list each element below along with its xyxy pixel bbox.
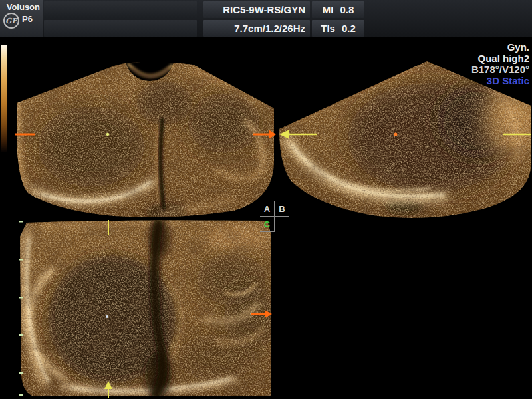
center-ref-dot-c: [106, 315, 108, 318]
model-label: P6: [22, 14, 33, 24]
mi-value: 0.8: [340, 4, 354, 15]
center-ref-dot-a: [106, 133, 109, 136]
view-a-label: A: [264, 204, 270, 214]
mi-readout: MI 0.8: [312, 1, 364, 18]
probe-readout: RIC5-9W-RS/GYN: [203, 1, 310, 18]
tis-label: TIs: [321, 23, 335, 34]
tis-value: 0.2: [342, 23, 356, 34]
view-c-label: C: [264, 219, 270, 229]
mi-label: MI: [323, 4, 334, 15]
view-b-select[interactable]: B: [275, 201, 289, 217]
brand-label: Voluson: [0, 2, 40, 12]
view-c-select[interactable]: C: [260, 217, 275, 232]
view-indicator: A B C: [260, 201, 289, 232]
ultrasound-panel-a[interactable]: [15, 57, 277, 219]
header-spacer-box-bottom: [44, 20, 197, 37]
tis-readout: TIs 0.2: [312, 20, 364, 37]
view-a-select[interactable]: A: [260, 201, 275, 217]
scan-params-readout: 7.7cm/1.2/26Hz: [203, 20, 310, 37]
view-b-label: B: [279, 204, 285, 214]
scan-params-label: 7.7cm/1.2/26Hz: [234, 23, 305, 34]
brand-block: Voluson GE P6: [0, 0, 43, 37]
ultrasound-screen: Voluson GE P6 RIC5-9W-RS/GYN 7.7cm/1.2/2…: [0, 0, 532, 399]
grayscale-colorbar: [1, 45, 7, 152]
probe-label: RIC5-9W-RS/GYN: [223, 4, 305, 15]
center-ref-dot-b: [394, 133, 398, 136]
ultrasound-panel-b[interactable]: [278, 55, 532, 222]
view-d-empty: [275, 217, 289, 232]
ge-logo-icon: GE: [3, 13, 19, 29]
header-bar: Voluson GE P6 RIC5-9W-RS/GYN 7.7cm/1.2/2…: [0, 0, 532, 37]
header-spacer-box-top: [44, 1, 197, 18]
panel-c-image: [17, 218, 274, 399]
panel-b-image: [278, 55, 532, 222]
panel-a-image: [15, 57, 277, 219]
preset-label: Gyn.: [471, 41, 529, 53]
ultrasound-panel-c[interactable]: [17, 218, 274, 399]
